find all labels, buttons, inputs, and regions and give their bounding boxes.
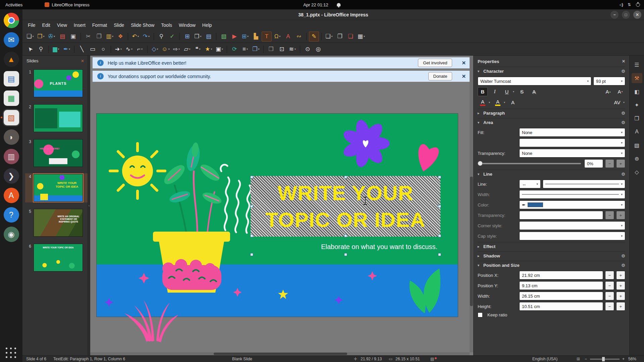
chrome-icon[interactable] <box>4 13 19 28</box>
zoom-slider-thumb[interactable] <box>602 357 605 361</box>
menu-edit[interactable]: Edit <box>39 20 54 30</box>
shapes-button[interactable]: ◇ <box>632 167 642 177</box>
slide-6-preview[interactable]: WRITE YOUR TOPIC OR IDEA <box>34 244 83 272</box>
files-icon[interactable]: ▥ <box>4 149 19 164</box>
libreoffice-writer-icon[interactable]: ▤ <box>4 71 19 86</box>
libreoffice-calc-icon[interactable]: ▦ <box>4 90 19 106</box>
clock[interactable]: Apr 22 01:12 <box>303 2 328 7</box>
selection-handle[interactable] <box>250 253 253 256</box>
animation-button[interactable]: ✦ <box>632 100 642 110</box>
network-icon[interactable]: ⇅ <box>628 2 631 7</box>
character-more-options-icon[interactable]: ⚙ <box>621 69 625 74</box>
properties-button[interactable]: ⚒ <box>632 73 642 83</box>
keep-ratio-checkbox[interactable] <box>478 312 483 317</box>
character-spacing-dropdown-icon[interactable]: ▾ <box>623 101 625 104</box>
paste-button[interactable]: ▥▾ <box>105 32 115 42</box>
vertical-scrollbar[interactable] <box>470 56 473 352</box>
dropdown-arrow-icon[interactable]: ▾ <box>294 48 296 51</box>
insert-line-button[interactable]: ╲ <box>77 44 87 54</box>
line-more-options-icon[interactable]: ⚙ <box>621 172 625 177</box>
height-field[interactable]: 10.51 cm <box>519 302 603 311</box>
dropdown-arrow-icon[interactable]: ▾ <box>168 48 170 51</box>
decrease-font-size-button[interactable]: A▾ <box>615 87 625 96</box>
line-color-combobox[interactable]: ✒ ▾ <box>519 200 625 209</box>
align-objects-button[interactable]: ≡▾ <box>240 44 250 54</box>
chevron-down-icon[interactable]: ▾ <box>621 224 623 227</box>
dropdown-arrow-icon[interactable]: ▾ <box>58 48 59 51</box>
redo-button[interactable]: ↷▾ <box>141 32 151 42</box>
dropdown-arrow-icon[interactable]: ▾ <box>112 35 113 38</box>
transparency-slider[interactable] <box>478 163 581 164</box>
transparency-decrease-button[interactable]: − <box>605 159 614 168</box>
chevron-down-icon[interactable]: ▾ <box>621 203 623 206</box>
slide-thumbnail-4[interactable]: 4 WRITE YOUR TOPIC OR IDEA <box>25 173 88 202</box>
insert-image-button[interactable]: ▧ <box>219 32 229 42</box>
slide-thumbnail-1[interactable]: 1 PLANTS <box>25 69 88 98</box>
selection-handle[interactable] <box>438 205 441 208</box>
3d-objects-button[interactable]: ▣▾ <box>214 44 224 54</box>
cut-button[interactable]: ✂ <box>83 32 93 42</box>
document-modified-icon[interactable]: ▤ <box>430 357 434 361</box>
zoom-level[interactable]: 56% <box>628 357 636 361</box>
line-transparency-increase-button[interactable]: + <box>616 211 625 220</box>
font-size-combobox[interactable]: 93 pt ▾ <box>593 77 625 85</box>
slide-subtitle-text[interactable]: Elaborate on what you want to discuss. <box>252 243 439 251</box>
thunderbird-icon[interactable]: ✉ <box>4 32 19 48</box>
dropdown-arrow-icon[interactable]: ▾ <box>148 35 150 38</box>
vertical-scrollbar-thumb[interactable] <box>470 177 473 306</box>
curve-button[interactable]: ∿▾ <box>124 44 134 54</box>
position-size-more-options-icon[interactable]: ⚙ <box>621 263 625 268</box>
horizontal-scrollbar-thumb[interactable] <box>214 353 347 355</box>
paragraph-more-options-icon[interactable]: ⚙ <box>621 111 625 116</box>
dropdown-arrow-icon[interactable]: ▾ <box>199 48 201 51</box>
font-name-combobox[interactable]: Walter Turncoat ▾ <box>478 77 591 85</box>
vlc-icon[interactable]: ▲ <box>4 52 19 67</box>
rotate-button[interactable]: ⟳ <box>229 44 239 54</box>
fill-color-button[interactable]: ▆▾ <box>51 44 61 54</box>
dropdown-arrow-icon[interactable]: ▾ <box>331 35 333 38</box>
get-involved-button[interactable]: Get involved <box>418 59 452 67</box>
edit-points-button[interactable]: ⊙ <box>303 44 313 54</box>
insert-chart-button[interactable]: ▙ <box>251 32 261 42</box>
close-slides-panel-button[interactable]: ✕ <box>81 59 84 63</box>
shadow-button[interactable]: ❒ <box>266 44 276 54</box>
dropdown-arrow-icon[interactable]: ▾ <box>364 35 365 38</box>
activities-button[interactable]: Activities <box>5 2 22 7</box>
selection-handle[interactable] <box>250 205 253 208</box>
chevron-down-icon[interactable]: ▾ <box>587 79 589 83</box>
insert-media-button[interactable]: ▶ <box>229 32 239 42</box>
insert-table-button[interactable]: ⊞▾ <box>240 32 250 42</box>
power-icon[interactable] <box>636 3 640 7</box>
dropdown-arrow-icon[interactable]: ▾ <box>33 35 34 38</box>
arrange-button[interactable]: ❐▾ <box>251 44 261 54</box>
menu-insert[interactable]: Insert <box>70 20 89 30</box>
dropdown-arrow-icon[interactable]: ▾ <box>141 48 143 51</box>
menu-slide-show[interactable]: Slide Show <box>127 20 158 30</box>
zoom-button[interactable]: ⚲ <box>36 44 46 54</box>
current-app-indicator[interactable]: LibreOffice Impress <box>45 2 89 7</box>
shadow-more-options-icon[interactable]: ⚙ <box>621 253 625 258</box>
selection-handle[interactable] <box>344 234 347 237</box>
master-slide-button[interactable]: ▤ <box>204 32 214 42</box>
donate-button[interactable]: Donate <box>428 72 452 80</box>
line-style-combobox[interactable]: ▾ <box>543 180 625 188</box>
fit-slide-icon[interactable]: ⊞ <box>577 357 580 361</box>
selection-handle[interactable] <box>250 234 253 237</box>
ellipse-button[interactable]: ○ <box>98 44 108 54</box>
master-slides-button[interactable]: ❐ <box>632 113 642 123</box>
object-size-status[interactable]: 26.15 x 10.51 <box>395 357 420 361</box>
slide-layout-button[interactable]: ▦▾ <box>356 32 366 42</box>
slide-count-status[interactable]: Slide 4 of 6 <box>26 357 46 361</box>
chevron-down-icon[interactable]: ▾ <box>621 79 623 83</box>
italic-button[interactable]: I <box>490 87 500 96</box>
glue-points-button[interactable]: ◎ <box>313 44 323 54</box>
block-arrows-button[interactable]: ⇨▾ <box>171 44 181 54</box>
menu-tools[interactable]: Tools <box>158 20 175 30</box>
increase-font-size-button[interactable]: A▴ <box>603 87 613 96</box>
section-header-paragraph[interactable]: ▸ Paragraph ⚙ <box>478 109 625 117</box>
section-header-character[interactable]: ▾ Character ⚙ <box>478 67 625 75</box>
width-increase-button[interactable]: + <box>616 292 625 300</box>
collapse-panel-icon[interactable]: ‹ <box>89 204 90 207</box>
horizontal-scrollbar[interactable] <box>90 352 470 355</box>
stars-and-banners-button[interactable]: ★▾ <box>204 44 214 54</box>
